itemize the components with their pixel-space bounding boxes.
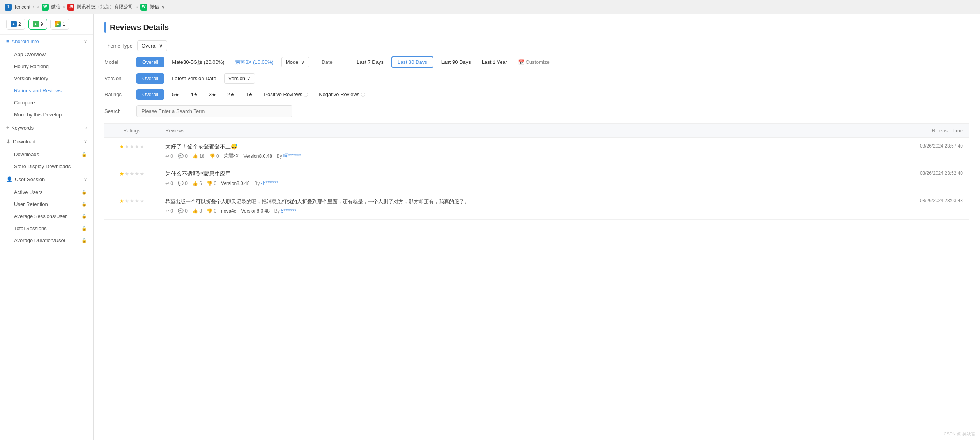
version-dropdown-chevron: ∨: [247, 76, 251, 81]
reply-icon: ↩ 0: [165, 153, 173, 159]
sidebar-item-hourly-ranking[interactable]: Hourly Ranking: [0, 60, 93, 72]
sidebar-section-download-header[interactable]: ⬇ Download ∨: [0, 135, 93, 148]
store-btn-android[interactable]: ▲ 9: [28, 19, 48, 30]
layers-icon: ≡: [6, 39, 9, 44]
sidebar-item-average-duration[interactable]: Average Duration/User 🔒: [0, 234, 93, 246]
rating-stars: ★ ★ ★ ★ ★: [111, 143, 153, 150]
version-dropdown[interactable]: Version ∨: [224, 73, 255, 84]
android-badge-icon: ▲: [33, 21, 39, 27]
ratings-btn-negative[interactable]: Negative Reviews ⓘ: [316, 90, 368, 100]
ratings-btn-overall[interactable]: Overall: [136, 89, 164, 100]
review-meta-3: ↩ 0 💬 0 👍 3 👎 0 nova4e Version8.0.48 By …: [165, 208, 842, 214]
sidebar-item-more-by-developer[interactable]: More by this Developer: [0, 109, 93, 121]
rating-cell-3: ★ ★ ★ ★ ★: [104, 192, 159, 220]
sidebar-item-store-display-downloads[interactable]: Store Display Downloads: [0, 160, 93, 172]
model-mate30[interactable]: Mate30-5G版 (20.00%): [169, 57, 227, 68]
sidebar-section-android-info-header[interactable]: ≡ Android Info ∨: [0, 35, 93, 48]
sidebar: A 2 ▲ 9 ▶ 1 ≡ Android Info ∨: [0, 14, 94, 440]
store-btn-ios[interactable]: A 2: [6, 19, 25, 30]
review-author-1[interactable]: 呵*******: [283, 153, 301, 159]
star-1: ★: [119, 171, 124, 177]
theme-type-label: Theme Type: [104, 43, 133, 49]
user-retention-lock-icon: 🔒: [81, 202, 87, 207]
model-dropdown[interactable]: Model ∨: [281, 57, 309, 67]
date-btn-customize[interactable]: 📅 Customize: [515, 57, 553, 67]
gp-count: 1: [62, 21, 65, 27]
comment-icon-3: 💬 0: [178, 208, 188, 214]
review-device-3: nova4e: [221, 208, 236, 214]
topbar-app1: 微信: [51, 4, 60, 10]
average-duration-label: Average Duration/User: [14, 238, 65, 243]
topbar-company: Tencent: [14, 4, 30, 10]
star-2: ★: [124, 198, 129, 204]
version-btn-overall[interactable]: Overall: [136, 73, 164, 84]
theme-type-filter-row: Theme Type Overall ∨: [104, 40, 969, 51]
topbar-dropdown-arrow[interactable]: ∨: [161, 4, 165, 10]
sidebar-item-total-sessions[interactable]: Total Sessions 🔒: [0, 222, 93, 234]
review-author-3[interactable]: 5*******: [281, 208, 296, 214]
ratings-btn-5star[interactable]: 5★: [169, 90, 182, 99]
main-content: Reviews Details Theme Type Overall ∨ Mod…: [94, 14, 980, 440]
dislike-icon-3: 👎 0: [207, 208, 216, 214]
sidebar-item-version-history[interactable]: Version History: [0, 72, 93, 84]
date-btn-last7[interactable]: Last 7 Days: [354, 57, 387, 67]
topbar-red-icon: 腾: [67, 4, 74, 11]
model-btn-overall[interactable]: Overall: [136, 57, 164, 67]
store-btn-gp[interactable]: ▶ 1: [50, 19, 69, 30]
review-author-2[interactable]: 小*******: [261, 180, 278, 187]
model-label: Model: [104, 59, 132, 65]
date-btn-last1year[interactable]: Last 1 Year: [479, 57, 510, 67]
keywords-chevron: ›: [85, 125, 87, 130]
sidebar-item-compare[interactable]: Compare: [0, 97, 93, 109]
search-label: Search: [104, 108, 132, 114]
topbar-wechat-icon2: W: [140, 4, 147, 11]
users-icon: 👤: [6, 176, 12, 182]
android-info-chevron: ∨: [84, 39, 87, 44]
star-3: ★: [129, 143, 134, 150]
version-latest[interactable]: Latest Version Date: [169, 74, 219, 83]
release-time-3: 03/26/2024 23:03:43: [854, 198, 963, 203]
ios-badge-icon: A: [11, 21, 17, 27]
star-4: ★: [134, 171, 140, 177]
sidebar-section-keywords-header[interactable]: ⌖ Keywords ›: [0, 121, 93, 135]
ratings-btn-1star[interactable]: 1★: [242, 90, 256, 99]
sidebar-item-ratings-reviews[interactable]: Ratings and Reviews: [0, 84, 93, 97]
search-input[interactable]: [136, 105, 292, 117]
date-btn-last90[interactable]: Last 90 Days: [438, 57, 474, 67]
user-retention-label: User Retention: [14, 201, 48, 207]
date-btn-last30[interactable]: Last 30 Days: [391, 56, 433, 68]
star-5: ★: [140, 198, 145, 204]
app-overview-label: App Overview: [14, 51, 46, 57]
table-row: ★ ★ ★ ★ ★ 太好了！登个录登都登不上😅 ↩ 0 💬 0: [104, 138, 969, 165]
page-title-bar: [104, 22, 106, 33]
theme-type-chevron: ∨: [159, 43, 163, 49]
table-row: ★ ★ ★ ★ ★ 为什么不适配鸿蒙原生应用 ↩ 0 💬 0: [104, 165, 969, 192]
table-row: ★ ★ ★ ★ ★ 希望出版一个可以折叠个人聊天记录的吧，把消息免打扰的人折叠到…: [104, 192, 969, 220]
ratings-btn-2star[interactable]: 2★: [224, 90, 238, 99]
sidebar-item-app-overview[interactable]: App Overview: [0, 48, 93, 60]
like-icon-3: 👍 3: [192, 208, 202, 214]
version-label: Version: [104, 76, 132, 81]
sidebar-item-average-sessions[interactable]: Average Sessions/User 🔒: [0, 210, 93, 222]
col-reviews: Reviews: [159, 124, 848, 138]
sidebar-section-download: ⬇ Download ∨ Downloads 🔒 Store Display D…: [0, 135, 93, 172]
review-cell-2: 为什么不适配鸿蒙原生应用 ↩ 0 💬 0 👍 6 👎 0 Version8.0.…: [159, 165, 848, 192]
average-sessions-label: Average Sessions/User: [14, 213, 67, 219]
review-cell-3: 希望出版一个可以折叠个人聊天记录的吧，把消息免打扰的人折叠到那个里面，还有就是，…: [159, 192, 848, 220]
review-title-2: 为什么不适配鸿蒙原生应用: [165, 171, 842, 178]
ratings-btn-positive[interactable]: Positive Reviews ⓘ: [261, 90, 311, 100]
user-session-label: User Session: [15, 176, 45, 182]
model-rongyao8x[interactable]: 荣耀8X (10.00%): [232, 57, 277, 68]
ratings-btn-3star[interactable]: 3★: [206, 90, 219, 99]
sidebar-item-user-retention[interactable]: User Retention 🔒: [0, 198, 93, 210]
col-ratings: Ratings: [104, 124, 159, 138]
total-sessions-lock-icon: 🔒: [81, 226, 87, 231]
ratings-filter-row: Ratings Overall 5★ 4★ 3★ 2★ 1★ Positive …: [104, 89, 969, 100]
sidebar-item-active-users[interactable]: Active Users 🔒: [0, 186, 93, 198]
theme-type-dropdown[interactable]: Overall ∨: [137, 40, 167, 51]
sidebar-section-user-session-header[interactable]: 👤 User Session ∨: [0, 172, 93, 186]
ratings-btn-4star[interactable]: 4★: [187, 90, 201, 99]
sidebar-item-downloads[interactable]: Downloads 🔒: [0, 148, 93, 160]
store-selector: A 2 ▲ 9 ▶ 1: [0, 14, 93, 35]
total-sessions-label: Total Sessions: [14, 225, 47, 231]
